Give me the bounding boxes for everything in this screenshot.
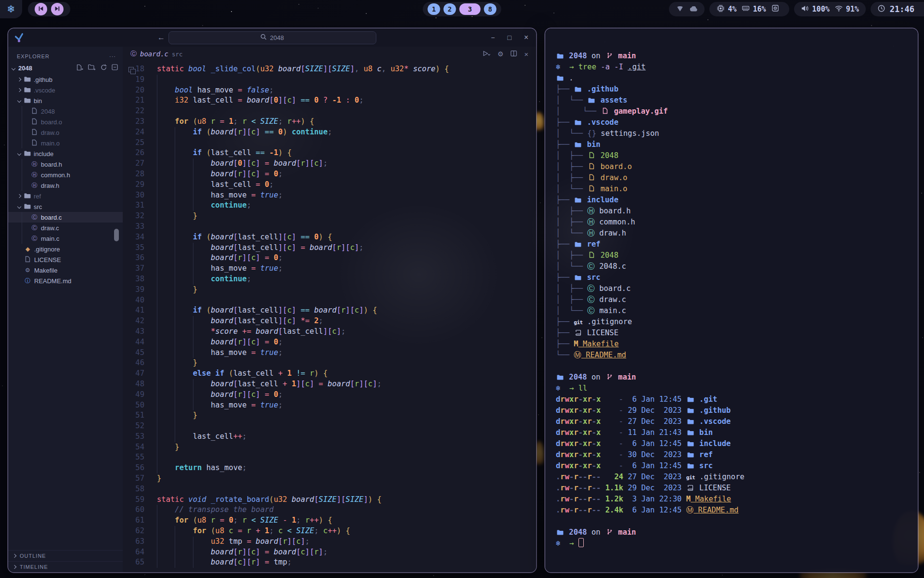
folder-icon — [556, 372, 565, 383]
skip-back-button[interactable] — [35, 3, 47, 15]
explorer-item-board.c[interactable]: Ⓒboard.c — [8, 212, 123, 223]
terminal-line: │ ├── Ⓒ board.c — [556, 283, 913, 294]
workspace-1[interactable]: 1 — [428, 3, 440, 15]
explorer-item-draw.h[interactable]: Ⓗdraw.h — [8, 180, 123, 191]
code-line-64: 64 board[r][c] = board[c][r]; — [123, 547, 536, 558]
terminal-line: ├── .vscode — [556, 117, 913, 128]
vscode-titlebar[interactable]: ← → 2048 − □ × — [8, 28, 536, 47]
code-line-43: 43 *score += board[last_cell][c]; — [123, 327, 536, 337]
code-line-52: 52 — [123, 421, 536, 432]
code-line-34: 34 if (board[last_cell][c] == 0) { — [123, 232, 536, 243]
explorer-item-Makefile[interactable]: ⚙Makefile — [8, 265, 123, 276]
tab-board-c[interactable]: Ⓒ board.c src — [130, 50, 183, 58]
file-icon — [31, 139, 38, 147]
H-icon: Ⓗ — [31, 171, 38, 179]
new-folder-icon[interactable] — [88, 64, 96, 72]
H-icon: Ⓗ — [31, 160, 38, 169]
terminal-line: ❄ → ll — [556, 383, 913, 394]
explorer-item-2048[interactable]: 2048 — [8, 106, 123, 117]
code-line-57: 57} — [123, 473, 536, 484]
terminal-line: 2048 on main — [556, 372, 913, 383]
folder-icon — [574, 239, 582, 250]
chevron-right-icon — [17, 194, 21, 198]
chevron-down-icon — [17, 205, 21, 209]
code-line-58: 58 — [123, 484, 536, 495]
terminal-window: 2048 on main❄ → tree -a -I .git .├── .gi… — [545, 28, 918, 572]
command-center-search[interactable]: 2048 — [168, 31, 376, 44]
maximize-button[interactable]: □ — [507, 34, 511, 41]
terminal-line: ├── src — [556, 272, 913, 283]
explorer-item-label: draw.o — [41, 129, 59, 136]
skip-back-icon — [38, 5, 44, 13]
explorer-item-draw.o[interactable]: draw.o — [8, 127, 123, 138]
split-editor-icon[interactable] — [511, 50, 517, 58]
explorer-item-bin[interactable]: bin — [8, 95, 123, 106]
explorer-item-main.c[interactable]: Ⓒmain.c — [8, 233, 123, 244]
workspace-switcher: 1238 — [423, 2, 501, 16]
folder-icon — [574, 84, 582, 95]
explorer-item-draw.c[interactable]: Ⓒdraw.c — [8, 223, 123, 233]
vscodium-logo-icon — [14, 33, 24, 43]
cpu-usage: 4% — [728, 5, 736, 13]
code-line-40: 40 — [123, 295, 536, 306]
timeline-section[interactable]: TIMELINE — [8, 561, 123, 572]
explorer-item-.vscode[interactable]: .vscode — [8, 85, 123, 95]
chevron-down-icon — [12, 66, 15, 70]
C-icon: Ⓒ — [31, 235, 38, 243]
file-icon — [31, 107, 38, 116]
tab-directory-hint: src — [172, 51, 183, 58]
explorer-item-label: bin — [34, 97, 42, 105]
code-line-19: 19 — [123, 75, 536, 85]
explorer-item-board.o[interactable]: board.o — [8, 117, 123, 127]
outline-section[interactable]: OUTLINE — [8, 550, 123, 561]
collapse-all-icon[interactable] — [112, 64, 118, 72]
memory-usage: 16% — [753, 5, 766, 13]
sidebar-scrollbar-thumb[interactable] — [114, 229, 119, 241]
chevron-right-icon — [13, 565, 16, 569]
workspace-3-active[interactable]: 3 — [460, 3, 481, 15]
explorer-item-include[interactable]: include — [8, 148, 123, 159]
explorer-item-ref[interactable]: ref — [8, 191, 123, 201]
launcher-button[interactable]: ❄ — [0, 0, 22, 18]
explorer-item-src[interactable]: src — [8, 201, 123, 212]
close-tab-icon[interactable]: × — [524, 50, 528, 58]
refresh-icon[interactable] — [101, 64, 107, 72]
explorer-item-LICENSE[interactable]: LICENSE — [8, 254, 123, 265]
vscode-window: ← → 2048 − □ × EXPLORER ··· 204 — [8, 28, 536, 572]
permission-string: .rw-r--r-- — [556, 506, 601, 514]
minimize-button[interactable]: − — [491, 34, 495, 41]
new-file-icon[interactable] — [77, 64, 83, 72]
gear-icon: ⚙ — [24, 267, 31, 274]
explorer-menu-icon[interactable]: ··· — [109, 53, 116, 59]
explorer-item-.gitignore[interactable]: ◆.gitignore — [8, 244, 123, 254]
run-button[interactable] — [483, 50, 490, 58]
folder-icon — [556, 527, 565, 539]
explorer-item-README.md[interactable]: ⓘREADME.md — [8, 276, 123, 286]
system-stats-module: 4% 16% — [709, 2, 789, 16]
workspace-2[interactable]: 2 — [444, 3, 456, 15]
explorer-item-common.h[interactable]: Ⓗcommon.h — [8, 170, 123, 180]
terminal-line: drwxr-xr-x - 29 Dec 2023 .github — [556, 405, 913, 416]
terminal-content[interactable]: 2048 on main❄ → tree -a -I .git .├── .gi… — [545, 28, 918, 549]
skip-forward-button[interactable] — [51, 3, 64, 15]
code-line-27: 27 board[0][c] = board[r][c]; — [123, 158, 536, 169]
chevron-right-icon — [17, 78, 21, 81]
explorer-item-label: board.o — [41, 118, 62, 126]
gear-icon[interactable]: ⚙ — [498, 50, 504, 58]
code-editor[interactable]: 18static bool _slide_col(u32 board[SIZE]… — [123, 61, 536, 568]
workspace-8[interactable]: 8 — [484, 3, 497, 15]
terminal-line: ❄ → — [556, 538, 913, 549]
explorer-item-.github[interactable]: .github — [8, 74, 123, 85]
close-button[interactable]: × — [524, 33, 528, 42]
C-icon: Ⓒ — [31, 213, 38, 222]
explorer-item-label: ref — [34, 193, 41, 200]
doc-icon — [587, 250, 596, 262]
explorer-item-board.h[interactable]: Ⓗboard.h — [8, 159, 123, 170]
explorer-item-main.o[interactable]: main.o — [8, 138, 123, 148]
code-line-21: 21 i32 last_cell = board[0][c] == 0 ? -1… — [123, 95, 536, 106]
terminal-line: │ └── Ⓒ main.c — [556, 305, 913, 316]
nav-back-icon[interactable]: ← — [157, 33, 165, 42]
explorer-item-label: 2048 — [41, 108, 55, 115]
explorer-root-folder[interactable]: 2048 — [8, 62, 123, 74]
terminal-line: .rw-r--r-- 24 27 Dec 2023 git .gitignore — [556, 472, 913, 483]
